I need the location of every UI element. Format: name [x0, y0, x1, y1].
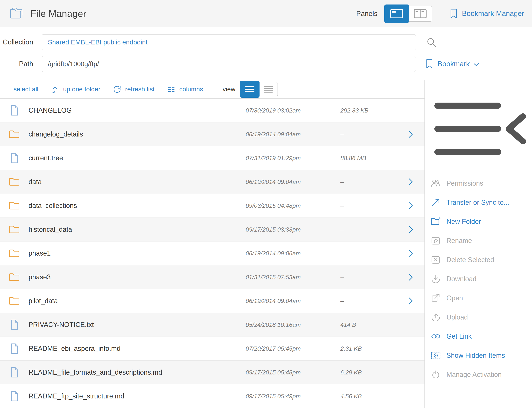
up-one-folder-label: up one folder	[63, 85, 100, 93]
dual-panel-icon	[413, 8, 427, 19]
file-name: historical_data	[28, 226, 246, 233]
panel-layout-toggle	[384, 6, 432, 22]
chevron-right-icon[interactable]	[402, 178, 419, 186]
delete-icon	[430, 255, 441, 265]
file-size: 414 B	[340, 321, 402, 328]
menu-item-upload: Upload	[430, 308, 530, 327]
file-row[interactable]: data 06/19/2014 09:04am –	[0, 170, 425, 194]
file-icon	[8, 390, 20, 402]
new-folder-icon	[430, 216, 441, 227]
file-size: 6.29 KB	[340, 369, 402, 376]
actions-menu: Permissions Transfer or Sync to... New F…	[425, 80, 532, 408]
file-row[interactable]: README_ftp_site_structure.md 09/17/2015 …	[0, 384, 425, 408]
bookmark-label: Bookmark	[438, 60, 470, 68]
file-date: 05/24/2018 10:16am	[246, 321, 340, 328]
panels-label: Panels	[356, 10, 377, 18]
list-view-icon	[244, 85, 255, 93]
columns-button[interactable]: columns	[167, 85, 203, 94]
chevron-right-icon[interactable]	[402, 297, 419, 305]
file-date: 09/17/2015 05:49pm	[246, 393, 340, 400]
file-row[interactable]: historical_data 09/17/2015 03:33pm –	[0, 218, 425, 241]
page-title: File Manager	[30, 8, 86, 19]
single-panel-button[interactable]	[384, 5, 409, 23]
file-date: 01/31/2015 07:53am	[246, 274, 340, 281]
file-browser-panel: select all up one folder	[0, 80, 425, 408]
file-icon	[8, 319, 20, 331]
collection-label: Collection	[0, 38, 42, 46]
file-icon	[8, 366, 20, 378]
file-row[interactable]: CHANGELOG 07/30/2019 03:02am 292.33 KB	[0, 99, 425, 122]
transfer-icon	[430, 197, 441, 208]
compact-view-icon	[263, 85, 274, 93]
file-name: phase3	[28, 273, 246, 281]
columns-label: columns	[179, 85, 203, 93]
file-size: –	[340, 178, 402, 186]
file-size: 4.56 KB	[340, 393, 402, 400]
menu-item-new-folder[interactable]: New Folder	[430, 212, 530, 231]
file-row[interactable]: data_collections 09/03/2015 04:48pm –	[0, 194, 425, 218]
file-name: phase1	[28, 249, 246, 257]
file-row[interactable]: current.tree 07/31/2019 01:29pm 88.86 MB	[0, 146, 425, 170]
menu-item-show-hidden-items[interactable]: Show Hidden Items	[430, 346, 530, 365]
bookmark-dropdown-button[interactable]: Bookmark	[426, 59, 480, 69]
list-view-button[interactable]	[240, 81, 259, 97]
file-date: 07/31/2019 01:29pm	[246, 155, 340, 162]
file-size: –	[340, 226, 402, 233]
refresh-list-label: refresh list	[125, 85, 155, 93]
collapse-panel-icon[interactable]	[430, 93, 530, 164]
chevron-right-icon[interactable]	[402, 201, 419, 210]
up-one-folder-button[interactable]: up one folder	[50, 85, 100, 94]
folder-icon	[8, 176, 20, 188]
show-hidden-icon	[430, 350, 441, 361]
file-size: 292.33 KB	[340, 107, 402, 114]
file-row[interactable]: phase3 01/31/2015 07:53am –	[0, 265, 425, 289]
file-date: 06/19/2014 09:04am	[246, 178, 340, 186]
up-one-folder-icon	[50, 85, 60, 94]
file-icon	[8, 104, 20, 116]
chevron-right-icon[interactable]	[402, 249, 419, 258]
file-manager-logo-icon	[8, 7, 24, 21]
chevron-right-icon[interactable]	[402, 225, 419, 234]
collection-input[interactable]	[42, 34, 416, 50]
view-label: view	[223, 85, 235, 93]
app-header: File Manager Panels	[0, 0, 532, 27]
file-row[interactable]: pilot_data 06/19/2014 09:04am –	[0, 289, 425, 313]
file-row[interactable]: PRIVACY-NOTICE.txt 05/24/2018 10:16am 41…	[0, 313, 425, 337]
bookmark-manager-button[interactable]: Bookmark Manager	[450, 8, 524, 19]
file-name: CHANGELOG	[28, 107, 246, 114]
open-icon	[430, 293, 441, 304]
file-size: –	[340, 274, 402, 281]
chevron-right-icon[interactable]	[402, 273, 419, 281]
compact-view-button[interactable]	[259, 82, 278, 96]
file-name: README_ftp_site_structure.md	[28, 392, 246, 400]
file-name: pilot_data	[28, 297, 246, 305]
file-row[interactable]: changelog_details 06/19/2014 09:04am –	[0, 122, 425, 146]
file-size: 2.31 KB	[340, 345, 402, 352]
file-icon	[8, 343, 20, 355]
file-row[interactable]: README_file_formats_and_descriptions.md …	[0, 361, 425, 384]
file-name: README_file_formats_and_descriptions.md	[28, 368, 246, 376]
collection-row: Collection	[0, 34, 532, 50]
path-input[interactable]	[42, 56, 416, 72]
permissions-icon	[430, 178, 441, 189]
file-name: changelog_details	[28, 130, 246, 138]
file-name: README_ebi_aspera_info.md	[28, 345, 246, 352]
chevron-down-icon	[473, 63, 480, 67]
main-area: select all up one folder	[0, 80, 532, 408]
chevron-right-icon[interactable]	[402, 130, 419, 139]
menu-item-transfer-or-sync[interactable]: Transfer or Sync to...	[430, 193, 530, 212]
menu-item-manage-activation: Manage Activation	[430, 365, 530, 384]
menu-item-get-link[interactable]: Get Link	[430, 327, 530, 346]
file-date: 09/17/2015 05:48pm	[246, 369, 340, 376]
dual-panel-button[interactable]	[409, 6, 432, 22]
folder-icon	[8, 247, 20, 259]
file-row[interactable]: README_ebi_aspera_info.md 07/20/2017 05:…	[0, 337, 425, 361]
file-date: 06/19/2014 09:04am	[246, 131, 340, 138]
refresh-list-button[interactable]: refresh list	[113, 85, 155, 94]
file-date: 06/19/2014 09:04am	[246, 298, 340, 305]
menu-items: Permissions Transfer or Sync to... New F…	[430, 174, 530, 384]
file-size: 88.86 MB	[340, 155, 402, 162]
search-icon[interactable]	[426, 36, 437, 48]
select-all-button[interactable]: select all	[14, 85, 38, 93]
file-row[interactable]: phase1 06/19/2014 09:06am –	[0, 241, 425, 265]
